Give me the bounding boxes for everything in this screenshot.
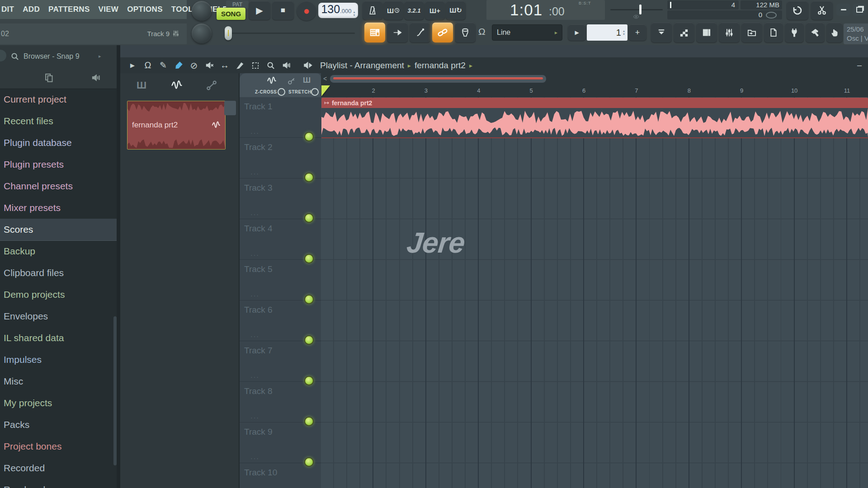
- track-record-led[interactable]: [304, 417, 314, 426]
- browser-back-button[interactable]: [0, 50, 6, 61]
- playlist-subtitle[interactable]: fernanda prt2: [415, 61, 466, 70]
- mixer-button[interactable]: [719, 23, 740, 42]
- step-editor-button[interactable]: [674, 23, 694, 42]
- audio-clip-fernanda[interactable]: ↦ fernanda prt2: [321, 98, 868, 138]
- playhead-marker[interactable]: [321, 85, 330, 96]
- playlist-title[interactable]: Playlist - Arrangement: [320, 61, 404, 70]
- stop-button[interactable]: ■: [272, 1, 294, 20]
- metronome-button[interactable]: [363, 1, 382, 20]
- restore-button[interactable]: [853, 4, 867, 16]
- tools-button[interactable]: [806, 23, 825, 42]
- playlist-grid[interactable]: ↦ fernanda prt2 Jere: [321, 97, 868, 488]
- track-row[interactable]: Track 1 ···: [240, 97, 321, 138]
- playlist-minimize-icon[interactable]: –: [857, 61, 862, 70]
- paint-tool-icon[interactable]: [171, 59, 186, 72]
- horizontal-scrollbar[interactable]: [330, 75, 546, 83]
- browser-item[interactable]: Recorded: [0, 457, 117, 479]
- pitch-slider-track[interactable]: [231, 33, 355, 34]
- quantize-spinner[interactable]: ▴▾: [623, 29, 625, 36]
- copy-pages-icon[interactable]: [44, 73, 53, 82]
- track-options-dots[interactable]: ···: [250, 292, 259, 299]
- delete-tool-icon[interactable]: ⊘: [186, 59, 202, 72]
- record-button[interactable]: ●: [297, 1, 316, 21]
- browser-title[interactable]: Browser - Snap 9: [24, 52, 80, 61]
- playlist-play-icon[interactable]: ▶: [125, 59, 140, 72]
- track-row[interactable]: Track 5 ···: [240, 260, 321, 300]
- time-display[interactable]: 1:01 :00 B:S:T: [486, 0, 605, 20]
- browser-item[interactable]: Misc: [0, 371, 117, 392]
- browser-item[interactable]: IL shared data: [0, 327, 117, 349]
- select-tool-icon[interactable]: [248, 59, 263, 72]
- track-options-dots[interactable]: ···: [250, 455, 259, 462]
- timeline-ruler[interactable]: 234567891011: [321, 85, 868, 98]
- typing-to-piano-button[interactable]: Ш+: [425, 1, 445, 20]
- browser-item[interactable]: Channel presets: [0, 175, 117, 197]
- track-row[interactable]: Track 9 ···: [240, 422, 321, 463]
- track-record-led[interactable]: [304, 132, 314, 141]
- browser-scrollbar[interactable]: [113, 316, 117, 465]
- marker-dropdown-button[interactable]: [651, 23, 672, 42]
- browser-item[interactable]: Rendered: [0, 479, 117, 488]
- preview-toggle-icon[interactable]: [300, 59, 316, 72]
- track-record-led[interactable]: [304, 213, 314, 223]
- picker-tab-audio-icon[interactable]: [171, 80, 183, 91]
- track-row[interactable]: Track 7 ···: [240, 341, 321, 382]
- track-row[interactable]: Track 4 ···: [240, 219, 321, 260]
- track-record-led[interactable]: [304, 173, 314, 182]
- step-jump-button[interactable]: [387, 23, 408, 42]
- pull-tool-button[interactable]: [455, 23, 476, 42]
- track-options-dots[interactable]: ···: [250, 333, 259, 340]
- key-mode-icon[interactable]: [288, 77, 296, 85]
- zcross-checkbox[interactable]: [278, 88, 285, 96]
- song-mode-button[interactable]: SONG: [217, 8, 245, 20]
- menu-item-edit[interactable]: DIT: [1, 5, 14, 14]
- piano-mode-icon[interactable]: Ш: [303, 76, 311, 85]
- playlist-button[interactable]: [741, 23, 762, 42]
- draw-tool-icon[interactable]: ✎: [156, 59, 171, 72]
- pitch-slider-thumb[interactable]: [225, 26, 232, 40]
- countdown-button[interactable]: 3.2.1: [404, 1, 424, 20]
- audio-clip-header[interactable]: ↦ fernanda prt2: [321, 98, 868, 108]
- picker-tab-automation-icon[interactable]: [206, 80, 217, 91]
- browser-item[interactable]: Impulses: [0, 349, 117, 371]
- mute-tool-icon[interactable]: [202, 59, 217, 72]
- plugin-picker-button[interactable]: [785, 23, 804, 42]
- track-options-dots[interactable]: ···: [250, 129, 259, 136]
- picker-tab-pattern-icon[interactable]: Ш: [137, 80, 146, 91]
- search-icon[interactable]: [11, 52, 19, 61]
- play-button[interactable]: ▶: [249, 1, 270, 20]
- minimize-button[interactable]: [836, 4, 850, 16]
- audio-mode-icon[interactable]: [267, 76, 277, 86]
- browser-item[interactable]: Envelopes: [0, 305, 117, 327]
- track-row[interactable]: Track 2 ···: [240, 138, 321, 178]
- song-grid-mode-button[interactable]: [364, 23, 385, 42]
- shuffle-slider-track[interactable]: [610, 9, 663, 10]
- touch-controller-button[interactable]: [826, 23, 843, 42]
- snap-selector[interactable]: Line ▸: [492, 24, 562, 41]
- track-row[interactable]: Track 8 ···: [240, 382, 321, 422]
- channel-rack-button[interactable]: [696, 23, 717, 42]
- track-record-led[interactable]: [304, 295, 314, 304]
- browser-item[interactable]: Demo projects: [0, 284, 117, 305]
- wait-for-input-button[interactable]: Ш: [383, 1, 403, 20]
- track-row[interactable]: Track 6 ···: [240, 300, 321, 341]
- undo-button[interactable]: [787, 1, 808, 20]
- mixer-track-label[interactable]: Track 9: [147, 30, 170, 38]
- link-button[interactable]: [432, 23, 453, 42]
- quantize-play-button[interactable]: ▶: [568, 24, 586, 41]
- track-options-dots[interactable]: ···: [250, 251, 259, 258]
- shuffle-slider-thumb[interactable]: [639, 5, 642, 14]
- browser-item[interactable]: Current project: [0, 89, 117, 110]
- playback-tool-icon[interactable]: [278, 59, 294, 72]
- zoom-tool-icon[interactable]: [263, 59, 278, 72]
- track-options-dots[interactable]: ···: [250, 373, 259, 380]
- slice-tool-icon[interactable]: [232, 59, 248, 72]
- browser-item[interactable]: Plugin presets: [0, 154, 117, 175]
- main-pitch-knob[interactable]: [192, 23, 212, 43]
- browser-item[interactable]: Backup: [0, 240, 117, 262]
- track-row[interactable]: Track 10 ···: [240, 463, 321, 488]
- browser-item[interactable]: Packs: [0, 414, 117, 436]
- main-volume-knob[interactable]: [192, 1, 212, 21]
- picker-clip-fernanda[interactable]: fernanda prt2: [127, 101, 226, 150]
- browser-item[interactable]: My projects: [0, 392, 117, 414]
